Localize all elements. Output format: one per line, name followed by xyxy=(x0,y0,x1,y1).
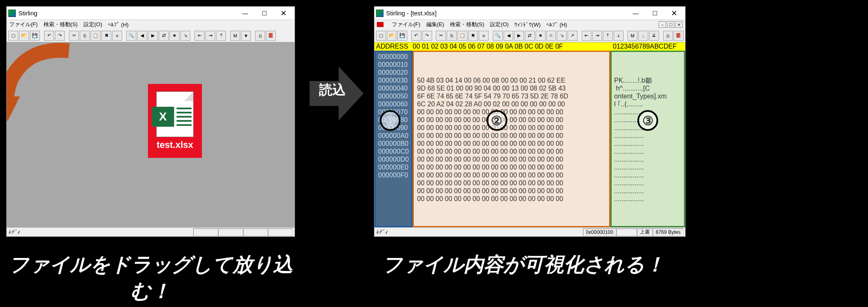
redo-button[interactable]: ↷ xyxy=(55,31,65,41)
find-button[interactable]: 🔍 xyxy=(493,31,503,41)
menu-item[interactable]: ﾍﾙﾌﾟ (H) xyxy=(546,22,567,28)
maximize-button[interactable]: ☐ xyxy=(645,7,664,20)
ascii-column: PK........!.b鄒 h^...........[Content_Typ… xyxy=(610,51,685,227)
mdi-close[interactable]: ✕ xyxy=(675,21,683,28)
titlebar[interactable]: Stirling — ☐ ✕ xyxy=(7,7,295,20)
hex-row[interactable]: 50 4B 03 04 14 00 06 00 08 00 00 00 21 0… xyxy=(417,76,606,84)
save-button[interactable]: 💾 xyxy=(30,31,40,41)
save-button[interactable]: 💾 xyxy=(397,31,407,41)
replace-button[interactable]: ⇄ xyxy=(525,31,535,41)
hex-row[interactable]: 00 00 00 00 00 00 00 00 00 00 00 00 00 0… xyxy=(417,132,606,140)
help-button[interactable]: 📕 xyxy=(674,31,684,41)
hex-view[interactable]: 0000000000000010000000200000003000000040… xyxy=(374,51,685,227)
undo-button[interactable]: ↶ xyxy=(411,31,421,41)
window-title: Stirling xyxy=(18,10,236,17)
paste-button[interactable]: 📋 xyxy=(457,31,467,41)
nav-up-button[interactable]: ⇡ xyxy=(216,31,226,41)
nav-prev-button[interactable]: ⇤ xyxy=(194,31,204,41)
minimize-button[interactable]: — xyxy=(236,7,255,20)
hex-row[interactable]: 6C 20 A2 04 02 28 A0 00 02 00 00 00 00 0… xyxy=(417,100,606,108)
mark-button[interactable]: ★ xyxy=(170,31,180,41)
hex-row[interactable]: 00 00 00 00 00 00 00 00 00 00 00 00 00 0… xyxy=(417,124,606,132)
down2-button[interactable]: ⇊ xyxy=(649,31,659,41)
print-button[interactable]: ⎙ xyxy=(255,31,265,41)
titlebar[interactable]: Stirling - [test.xlsx] — ☐ ✕ xyxy=(374,7,685,20)
mask-button[interactable]: M xyxy=(627,31,637,41)
copy-button[interactable]: ⎘ xyxy=(80,31,90,41)
delete-button[interactable]: ✖ xyxy=(468,31,478,41)
go2-button[interactable]: ↗ xyxy=(568,31,578,41)
down1-button[interactable]: ↓ xyxy=(638,31,648,41)
hex-row[interactable]: 00 00 00 00 00 00 00 00 00 00 00 00 00 0… xyxy=(417,155,606,163)
hex-row[interactable]: 00 00 00 00 00 00 00 00 00 00 00 00 00 0… xyxy=(417,179,606,187)
menu-item[interactable]: ファイル(F) xyxy=(9,21,38,28)
nav-prev-button[interactable]: ⇤ xyxy=(582,31,592,41)
hex-row[interactable]: 00 00 00 00 00 00 00 00 00 00 00 00 00 0… xyxy=(417,116,606,124)
maximize-button[interactable]: ☐ xyxy=(255,7,274,20)
go-button[interactable]: ↘ xyxy=(180,31,190,41)
hex-row[interactable]: 00 00 00 00 00 00 00 00 00 00 00 00 00 0… xyxy=(417,187,606,195)
nav-next-button[interactable]: ⇥ xyxy=(205,31,215,41)
left-panel: Stirling — ☐ ✕ ファイル(F)検索・移動(S)設定(O)ﾍﾙﾌﾟ … xyxy=(6,6,295,237)
delete-button[interactable]: ✖ xyxy=(101,31,111,41)
menu-item[interactable]: ｳｨﾝﾄﾞｳ(W) xyxy=(514,22,541,28)
paste-button[interactable]: 📋 xyxy=(91,31,101,41)
open-button[interactable]: 📂 xyxy=(19,31,29,41)
find-next-button[interactable]: ▶ xyxy=(514,31,524,41)
addr-cell: 00000040 xyxy=(378,84,409,92)
copy-button[interactable]: ⎘ xyxy=(447,31,457,41)
close-button[interactable]: ✕ xyxy=(664,7,684,20)
new-button[interactable]: ▢ xyxy=(8,31,18,41)
print-button[interactable]: ⎙ xyxy=(663,31,673,41)
nav-down-button[interactable]: ⇣ xyxy=(614,31,624,41)
header-ascii-cols: 0123456789ABCDEF xyxy=(613,43,684,50)
undo-button[interactable]: ↶ xyxy=(44,31,54,41)
mark2-button[interactable]: ☆ xyxy=(546,31,556,41)
find-button[interactable]: 🔍 xyxy=(126,31,136,41)
open-button[interactable]: 📂 xyxy=(387,31,397,41)
menu-item[interactable]: 検索・移動(S) xyxy=(44,21,78,28)
cut-button[interactable]: ✂ xyxy=(69,31,79,41)
find-prev-button[interactable]: ◀ xyxy=(504,31,514,41)
go-button[interactable]: ↘ xyxy=(557,31,567,41)
dragged-file[interactable]: X test.xlsx xyxy=(148,84,202,158)
menu-item[interactable]: ファイル(F) xyxy=(392,21,420,28)
menu-item[interactable]: 設定(O) xyxy=(490,21,509,28)
mdi-restore[interactable]: ☐ xyxy=(667,21,674,28)
minimize-button[interactable]: — xyxy=(626,7,645,20)
mdi-child-icon xyxy=(377,22,384,27)
mask-button[interactable]: M xyxy=(230,31,240,41)
status-ready: ﾚﾃﾞｨ xyxy=(8,229,20,235)
mark-button[interactable]: ★ xyxy=(536,31,546,41)
nav-up-button[interactable]: ⇡ xyxy=(603,31,613,41)
nav-next-button[interactable]: ⇥ xyxy=(592,31,602,41)
hex-row[interactable]: 00 00 00 00 00 00 00 00 00 00 00 00 00 0… xyxy=(417,171,606,179)
hex-column[interactable]: 50 4B 03 04 14 00 06 00 08 00 00 00 21 0… xyxy=(413,51,610,227)
replace-button[interactable]: ⇄ xyxy=(159,31,169,41)
stirling-window-empty: Stirling — ☐ ✕ ファイル(F)検索・移動(S)設定(O)ﾍﾙﾌﾟ … xyxy=(6,6,295,237)
menu-item[interactable]: 検索・移動(S) xyxy=(450,21,484,28)
mdi-minimize[interactable]: – xyxy=(659,21,666,28)
help-button[interactable]: 📕 xyxy=(266,31,276,41)
find-next-button[interactable]: ▶ xyxy=(148,31,158,41)
menu-item[interactable]: 設定(O) xyxy=(84,21,102,28)
new-button[interactable]: ▢ xyxy=(376,31,386,41)
hex-row[interactable]: 00 00 00 00 00 00 00 00 00 00 00 00 00 0… xyxy=(417,140,606,147)
insert-button[interactable]: ≡ xyxy=(479,31,489,41)
sel-button[interactable]: ▼ xyxy=(241,31,251,41)
hex-row[interactable]: 00 00 00 00 00 00 00 00 00 00 00 00 00 0… xyxy=(417,147,606,155)
close-button[interactable]: ✕ xyxy=(274,7,293,20)
window-title: Stirling - [test.xlsx] xyxy=(386,10,626,17)
hex-row[interactable]: 9D 68 5E 01 00 00 90 04 00 00 13 00 08 0… xyxy=(417,84,606,92)
hex-row[interactable]: 00 00 00 00 00 00 00 00 00 00 00 00 00 0… xyxy=(417,163,606,171)
insert-button[interactable]: ≡ xyxy=(112,31,122,41)
menu-item[interactable]: ﾍﾙﾌﾟ (H) xyxy=(108,22,129,28)
workarea-empty[interactable]: X test.xlsx xyxy=(7,42,295,227)
hex-row[interactable]: 00 00 00 00 00 00 00 00 00 00 00 00 00 0… xyxy=(417,108,606,116)
hex-row[interactable]: 00 00 00 00 00 00 00 00 00 00 00 00 00 0… xyxy=(417,195,606,203)
hex-row[interactable]: 6F 6E 74 65 6E 74 5F 54 79 70 65 73 5D 2… xyxy=(417,92,606,100)
find-prev-button[interactable]: ◀ xyxy=(137,31,147,41)
cut-button[interactable]: ✂ xyxy=(436,31,446,41)
menu-item[interactable]: 編集(E) xyxy=(426,21,444,28)
redo-button[interactable]: ↷ xyxy=(422,31,432,41)
